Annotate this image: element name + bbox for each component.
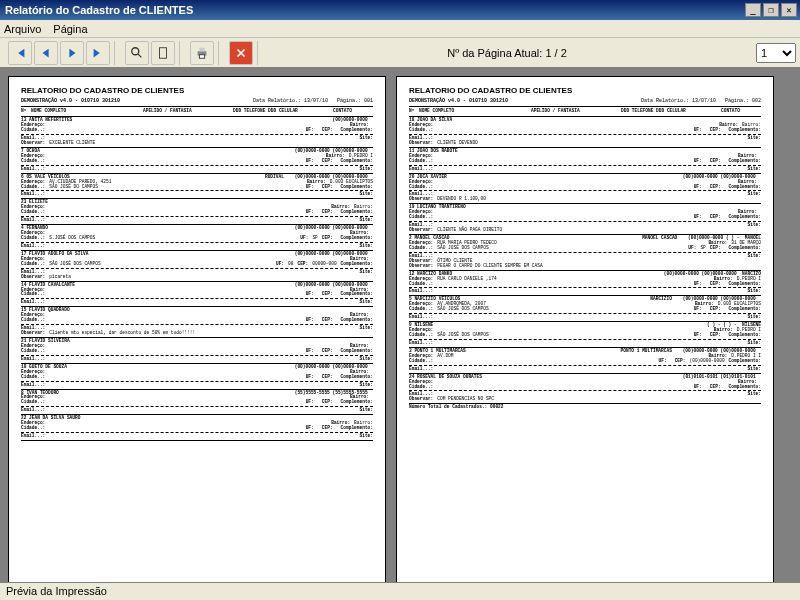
total-label: Número Total de Cadastrados.: 00022 [409,404,504,409]
record-row: 5 NARCIZIO VEICULOSNARCIZIO (00)0000-000… [409,297,761,322]
record-row: 7 OCHOA (00)0000-0000 (00)0000-0000 Ende… [21,149,373,174]
company-name: DEMONSTRAÇÃO v4.0 - 010710 301210 [409,99,508,105]
record-row: 12 NARCIZO DANKO (00)0000-0000 (00)0000-… [409,272,761,297]
titlebar: Relatório do Cadastro de CLIENTES _ ❐ ✕ [0,0,800,20]
record-row: 4 FERNANDO (00)0000-0000 (00)0000-0000 E… [21,226,373,251]
print-button[interactable] [190,41,214,65]
record-row: 10 GUETO DE SOUZA (00)0000-0000 (00)0000… [21,365,373,390]
zoom-button[interactable] [125,41,149,65]
record-row: 24 ROSEVAL DE SOUZA OURATES (01)0101-010… [409,375,761,405]
last-page-button[interactable] [86,41,110,65]
record-row: 19 LUCIANO TRANTIRENO Endereço:Bairro: C… [409,205,761,235]
record-row: 8 IVAN TEODORO (55)5555-5555 (55)5555-55… [21,391,373,416]
record-row: 11 JOÃO DOS RABOTE Endereço:Bairro: Cida… [409,149,761,174]
record-row: 2 MANOEL CASCÃOMANOEL CASCÃO (00)0000-00… [409,236,761,271]
record-row: 20 JUCA XAVIER (00)0000-0000 (00)0000-00… [409,175,761,205]
prev-page-button[interactable] [34,41,58,65]
next-page-button[interactable] [60,41,84,65]
close-preview-button[interactable] [229,41,253,65]
report-title: RELATORIO DO CADASTRO DE CLIENTES [21,87,373,96]
first-page-button[interactable] [8,41,32,65]
maximize-button[interactable]: ❐ [763,3,779,17]
record-row: 3 PONTO 1 MULTIMARCASPONTO 1 MULTIMARCAS… [409,349,761,374]
page-indicator: Nº da Página Atual: 1 / 2 [264,47,750,59]
report-title: RELATORIO DO CADASTRO DE CLIENTES [409,87,761,96]
svg-rect-3 [199,47,204,51]
record-row: 22 JEAN DA SILVA SAURO Endereço:Bairro:B… [21,416,373,441]
close-button[interactable]: ✕ [781,3,797,17]
record-row: 9 NILSENE ( ) - ( ) - NILSENE Endereço:B… [409,323,761,348]
fit-page-button[interactable] [151,41,175,65]
record-row: 6 OS VALE VEICULOSRUDIVAL (00)0000-0000 … [21,175,373,200]
record-row: 18 JOÃO DA SILVA Endereço:Bairro:Bairro:… [409,118,761,148]
report-page-2: RELATORIO DO CADASTRO DE CLIENTES DEMONS… [396,76,774,582]
page-select[interactable]: 1 [756,43,796,63]
record-row: 15 FLAVIO QUADRADO Endereço:Bairro: Cida… [21,308,373,338]
menu-page[interactable]: Página [53,23,87,35]
column-header: NºNOME COMPLETOAPELIDO / FANTASIADDD TEL… [21,108,373,115]
record-row: 14 FLAVIO CAVALCANTE (00)0000-0000 (00)0… [21,283,373,308]
record-row: 21 FLAVIO SILVEIRA Endereço:Bairro: Cida… [21,339,373,364]
company-name: DEMONSTRAÇÃO v4.0 - 010710 301210 [21,99,120,105]
report-page-1: RELATORIO DO CADASTRO DE CLIENTES DEMONS… [8,76,386,582]
record-row: 23 ELIZETE Endereço:Bairro:Bairro: Cidad… [21,200,373,225]
record-row: 17 FLAVIO ADOLFO DA SILVA (00)0000-0000 … [21,252,373,282]
svg-rect-1 [160,47,167,58]
svg-point-0 [132,47,139,54]
report-date: Data Relatório.: 13/07/10 Página.: 001 [253,99,373,105]
toolbar: Nº da Página Atual: 1 / 2 1 [0,38,800,68]
window-title: Relatório do Cadastro de CLIENTES [3,4,743,16]
column-header: NºNOME COMPLETOAPELIDO / FANTASIADDD TEL… [409,108,761,115]
svg-rect-4 [199,54,204,58]
report-date: Data Relatório.: 13/07/10 Página.: 002 [641,99,761,105]
minimize-button[interactable]: _ [745,3,761,17]
statusbar: Prévia da Impressão [0,582,800,600]
record-row: 13 ANITA NEFERTITES (00)0000-0000 Endere… [21,118,373,148]
menubar: Arquivo Página [0,20,800,38]
menu-file[interactable]: Arquivo [4,23,41,35]
preview-area: RELATORIO DO CADASTRO DE CLIENTES DEMONS… [0,68,800,582]
